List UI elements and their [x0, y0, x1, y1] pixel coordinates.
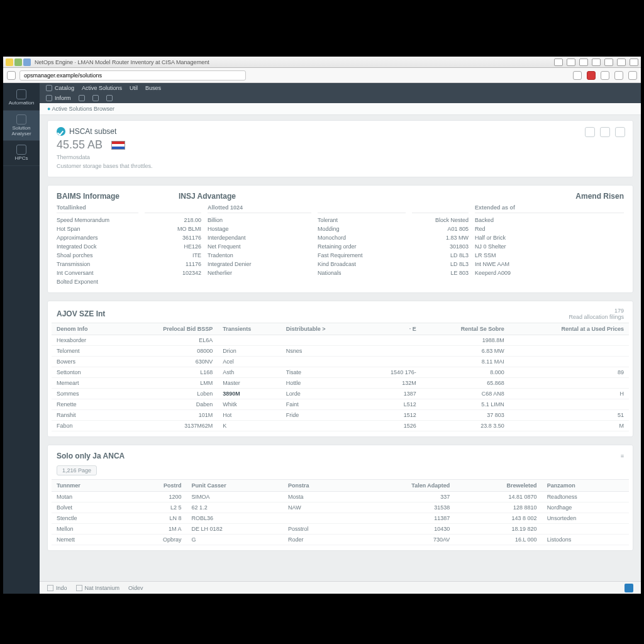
table-row[interactable]: SommesLoben3890MLorde1387C68 AN8H: [52, 389, 629, 399]
table-row[interactable]: Motan1200SIMOAMosta33714.81 0870Readtone…: [52, 492, 629, 502]
info-cell: Integrated Dock: [57, 242, 138, 251]
refresh-icon[interactable]: [585, 127, 595, 137]
status-item[interactable]: Indo: [47, 585, 67, 591]
table-cell: Roder: [283, 535, 350, 545]
table-cell: Fabon: [52, 421, 119, 431]
table-cell: 1387: [363, 389, 421, 399]
table-row[interactable]: NemettOpbrayGRoder730AV16.L 000Listodons: [52, 535, 629, 545]
column-header[interactable]: Ponstra: [283, 480, 350, 492]
table-cell: Settonton: [52, 367, 119, 378]
column-header: Extended as of: [475, 204, 624, 213]
extension-icon[interactable]: [614, 71, 623, 80]
table-note: Read allocation filings: [569, 314, 624, 320]
table-row[interactable]: SettontonL168AsthTisate1540 176-8.00089: [52, 367, 629, 378]
column-header[interactable]: Talen Adapted: [350, 480, 455, 492]
table-cell: Opbray: [125, 535, 186, 545]
window-control-icon[interactable]: [630, 58, 638, 66]
column-header[interactable]: Panzamon: [542, 480, 629, 492]
column-header: Allotted 1024: [208, 204, 311, 213]
menu-active-solutions[interactable]: Active Solutions: [82, 85, 122, 91]
export-icon[interactable]: [600, 127, 610, 137]
flag-icon: [111, 141, 125, 150]
table-cell: K: [218, 421, 281, 431]
profile-icon[interactable]: [628, 71, 637, 80]
window-control-icon[interactable]: [617, 58, 626, 66]
column-header[interactable]: Punit Casser: [187, 480, 283, 492]
menu-copy[interactable]: [92, 95, 99, 101]
info-cell: Keeperd A009: [475, 269, 624, 277]
column-header[interactable]: Rental at a Used Prices: [509, 323, 629, 335]
column-header[interactable]: Breweleted: [455, 480, 541, 492]
table-row[interactable]: Teloment08000DrionNsnes6.83 MW: [52, 346, 629, 357]
column-header[interactable]: Distributable >: [281, 323, 363, 335]
status-item[interactable]: Oidev: [128, 585, 143, 591]
table-cell: 630NV: [119, 357, 218, 367]
info-cell: MO BLMI: [145, 225, 201, 233]
window-control-icon[interactable]: [604, 58, 613, 66]
menu-buses[interactable]: Buses: [145, 85, 161, 91]
sidebar-item-solution[interactable]: Solution Analyser: [3, 111, 40, 142]
address-input[interactable]: [19, 70, 246, 80]
url-bar: [3, 68, 641, 83]
sidebar-item-automation[interactable]: Automation: [3, 86, 40, 111]
filter-pill[interactable]: 1,216 Page: [57, 465, 97, 475]
info-cell: 218.00: [145, 216, 201, 225]
table-row[interactable]: Fabon3137M62MK152623.8 3.50M: [52, 421, 629, 431]
table-row[interactable]: StenctleLN 8ROBL3611387143 8 002Unsorted…: [52, 513, 629, 524]
status-item[interactable]: Nat Instanium: [76, 585, 120, 591]
menu-share[interactable]: [106, 95, 113, 101]
table-cell: Sommes: [52, 389, 119, 399]
table-row[interactable]: MemeartLMMMasterHottle132M65.868: [52, 378, 629, 389]
info-cell: Nationals: [318, 269, 406, 277]
back-icon[interactable]: [7, 71, 16, 80]
table-row[interactable]: Ranshit101MHotFride151237 80351: [52, 410, 629, 421]
info-cell: Approximanders: [57, 233, 138, 242]
app-icon: [23, 58, 31, 66]
column-header[interactable]: Tunnmer: [52, 480, 125, 492]
table-cell: 1988.8M: [421, 335, 509, 346]
info-cell: 102342: [145, 269, 201, 277]
bookmark-icon[interactable]: [573, 71, 582, 80]
info-cell: Bolted Exponent: [57, 277, 138, 286]
column-header[interactable]: Postrd: [125, 480, 186, 492]
info-cell: 11176: [145, 260, 201, 269]
status-indicator-icon[interactable]: [625, 584, 633, 592]
table-cell: Hot: [218, 410, 281, 421]
info-cell: Net Frequent: [208, 242, 311, 251]
table-cell: Asth: [218, 367, 281, 378]
table-cell: 101M: [119, 410, 218, 421]
window-control-icon[interactable]: [554, 58, 563, 66]
window-control-icon[interactable]: [567, 58, 575, 66]
table-cell: [509, 399, 629, 410]
forward-icon[interactable]: [601, 71, 609, 80]
table-menu-icon[interactable]: ≡: [621, 453, 624, 459]
window-control-icon[interactable]: [579, 58, 588, 66]
window-control-icon[interactable]: [592, 58, 601, 66]
column-header[interactable]: Prelocal Bid BSSP: [119, 323, 218, 335]
table-row[interactable]: RenetteDabenWhitkFaintL5125.1 LIMN: [52, 399, 629, 410]
table-cell: Nemett: [52, 535, 125, 545]
hero-description: Customer storage bases that throttles.: [57, 163, 624, 169]
hero-card: HSCAt subset 45.55 AB Thermosdata Custom…: [47, 120, 633, 177]
menu-catalog[interactable]: Catalog: [46, 85, 74, 91]
table-cell: Mellon: [52, 524, 125, 535]
sidebar-item-hpc[interactable]: HPCs: [3, 141, 40, 166]
info-cell: [475, 277, 624, 286]
folder-icon: [16, 114, 26, 125]
table-row[interactable]: HexaborderEL6A1988.8M: [52, 335, 629, 346]
menu-tile[interactable]: [79, 95, 85, 101]
table-cell: 8.11 MAI: [421, 357, 509, 367]
column-header[interactable]: Transients: [218, 323, 281, 335]
table-row[interactable]: Bowers630NVAcel8.11 MAI: [52, 357, 629, 367]
column-header[interactable]: Rental Se Sobre: [421, 323, 509, 335]
record-icon[interactable]: [587, 71, 596, 80]
info-cell: Transmission: [57, 260, 138, 269]
table-row[interactable]: BolvetL2 562 1.2NAW31538128 8810Nordhage: [52, 502, 629, 513]
column-header[interactable]: Denom Info: [52, 323, 119, 335]
section-header: BAIMS Informage: [48, 186, 128, 204]
settings-icon[interactable]: [615, 127, 625, 137]
column-header[interactable]: · E: [363, 323, 421, 335]
table-row[interactable]: Mellon1M ADE LH 0182Posstrol1043018.19 8…: [52, 524, 629, 535]
menu-util[interactable]: Util: [130, 85, 138, 91]
menu-inform[interactable]: Inform: [46, 95, 71, 101]
